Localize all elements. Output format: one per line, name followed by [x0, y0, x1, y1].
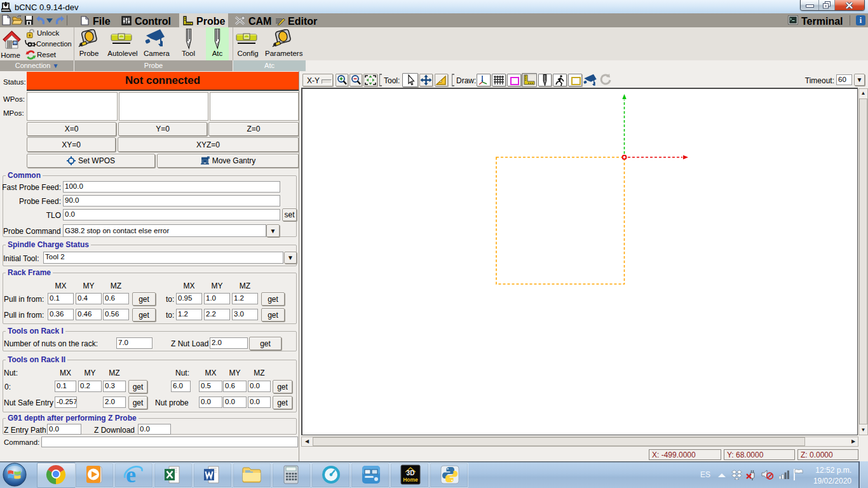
- svg-text:3D: 3D: [407, 470, 415, 477]
- svg-text:Home: Home: [403, 477, 418, 483]
